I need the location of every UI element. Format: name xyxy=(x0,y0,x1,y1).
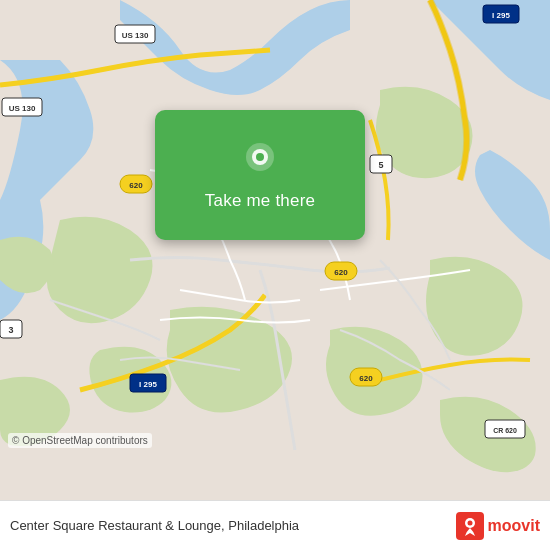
svg-text:620: 620 xyxy=(129,181,143,190)
take-me-there-card[interactable]: Take me there xyxy=(155,110,365,240)
moovit-logo: moovit xyxy=(456,512,540,540)
svg-text:620: 620 xyxy=(359,374,373,383)
svg-text:CR 620: CR 620 xyxy=(493,427,517,434)
moovit-label: moovit xyxy=(488,517,540,535)
svg-point-25 xyxy=(256,153,264,161)
map-svg: US 130 US 130 620 I 295 5 620 I 295 3 62… xyxy=(0,0,550,500)
map-attribution: © OpenStreetMap contributors xyxy=(8,433,152,448)
svg-text:3: 3 xyxy=(8,325,13,335)
svg-text:5: 5 xyxy=(378,160,383,170)
svg-text:US 130: US 130 xyxy=(122,31,149,40)
svg-text:US 130: US 130 xyxy=(9,104,36,113)
bottom-bar: Center Square Restaurant & Lounge, Phila… xyxy=(0,500,550,550)
moovit-brand-icon xyxy=(456,512,484,540)
map-container: US 130 US 130 620 I 295 5 620 I 295 3 62… xyxy=(0,0,550,500)
svg-point-28 xyxy=(467,520,472,525)
svg-text:620: 620 xyxy=(334,268,348,277)
location-pin-icon xyxy=(238,139,282,183)
svg-text:I 295: I 295 xyxy=(492,11,510,20)
svg-text:I 295: I 295 xyxy=(139,380,157,389)
take-me-there-label: Take me there xyxy=(205,191,315,211)
venue-name: Center Square Restaurant & Lounge, Phila… xyxy=(10,518,448,533)
